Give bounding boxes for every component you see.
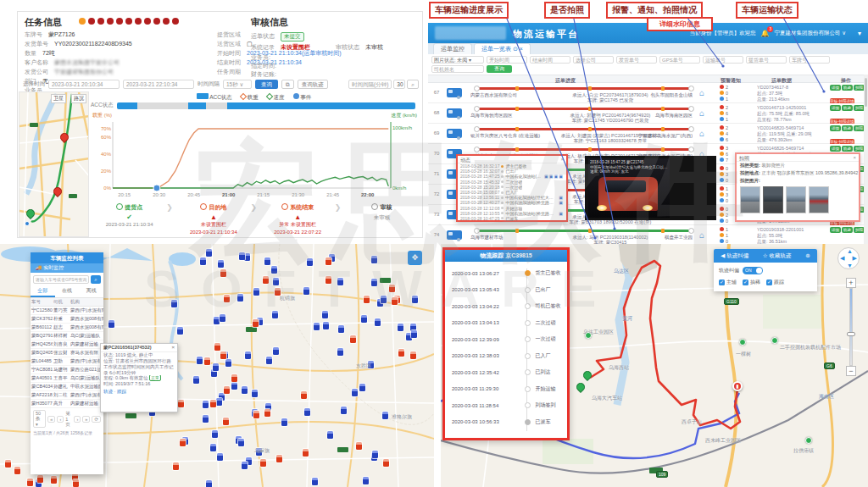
query-button[interactable]: 查询 — [255, 80, 278, 89]
track-correct-button[interactable]: ◀ 轨迹纠偏 — [721, 252, 748, 260]
track-button[interactable]: 轨迹 — [842, 227, 853, 233]
table-scrollbar[interactable] — [864, 75, 868, 244]
vehicle-row[interactable]: 蒙A40501王喜平乌C(蒙)运输队 — [31, 374, 103, 383]
compass-control[interactable]: ▲▼▶◀ — [837, 247, 860, 269]
vehicle-row[interactable]: 蒙BQ2791林祥树乌C(蒙)运输队 — [31, 332, 103, 340]
vehicle-row[interactable]: 蒙AF2218刘二柱蒙西(中)水泥有 — [31, 391, 103, 400]
filter-input[interactable]: 选择公司 — [573, 56, 614, 64]
vehicle-list-tab[interactable]: 全部 — [31, 286, 55, 297]
monitor-map-quadrant[interactable]: 鄂托克旗杭锦旗东胜区乌审旗准格尔旗 车辆监控列表 🚚 实时监控 请输入车号或者G… — [0, 244, 434, 487]
table-row[interactable]: 67 内蒙古西水泥有限公司 承运人: 白云 PC20734617(1879034… — [428, 83, 864, 103]
satellite-button[interactable]: 卫星 — [51, 94, 66, 103]
vehicle-row[interactable]: 蒙B60112赵志蒙西水泥008有限 — [31, 324, 103, 332]
close-icon[interactable]: × — [171, 345, 175, 350]
vehicle-row[interactable]: 宁AC8081马建明蒙西公路021运输 — [31, 366, 103, 374]
end-time-input[interactable]: 2023-03-21 22:10:34 — [123, 80, 194, 89]
vehicle-row[interactable]: 蒙L04485卫勤蒙西(中)水泥有 — [31, 357, 103, 366]
photo-thumb-icons[interactable]: ▣ — [559, 211, 564, 216]
track-button[interactable]: 轨迹 — [842, 105, 853, 111]
interval-search-icon[interactable]: ⌕ — [407, 80, 419, 89]
photo-thumb-icons[interactable]: ▣▣▣▣ — [544, 174, 564, 179]
track-correct-toggle[interactable]: ON — [743, 267, 763, 274]
vehicle-row[interactable]: 蒙CB4034孙建礼中联水泥运输队 — [31, 383, 103, 391]
filter-input[interactable]: 结束时间 — [530, 56, 570, 64]
poi-marker[interactable] — [771, 337, 778, 344]
track-map-quadrant[interactable]: 乌达区黄河乌达工业园区梁家壕旅游产业园乌海西站乌海大汽车站一棵树海南区西卓子山西… — [441, 244, 868, 487]
vehicle-row[interactable]: 蒙CK3762朴重蒙西水泥008有限 — [31, 315, 103, 324]
photo-thumbnail[interactable] — [786, 186, 806, 213]
home-icon[interactable]: ⌂ — [699, 129, 704, 138]
tooltip-links[interactable]: 轨迹 · 跟踪 — [101, 388, 177, 396]
export-icon-button[interactable]: ⧉ — [281, 80, 294, 89]
filter-input[interactable]: 开始时间 — [487, 56, 527, 64]
search-icon[interactable]: ⌕ — [91, 275, 101, 284]
start-time-input[interactable]: 2023-03-21 20:10:34 — [48, 80, 120, 89]
platform-tab[interactable]: 运单一览表 ⊙ × — [474, 43, 531, 54]
filter-input[interactable]: 车牌号 — [789, 56, 830, 64]
zoom-slider-knob[interactable] — [847, 332, 855, 336]
home-icon[interactable]: ⌂ — [699, 230, 704, 240]
zoom-in-button[interactable]: + — [846, 278, 856, 288]
close-icon[interactable]: × — [560, 157, 564, 162]
photo-thumbnail[interactable] — [809, 186, 829, 213]
track-button[interactable]: 轨迹 — [842, 146, 853, 152]
filter-input[interactable]: 发货单号 — [616, 56, 657, 64]
locate-icon[interactable]: ⊛ — [805, 252, 810, 259]
traffic-button[interactable]: 路况 — [71, 94, 86, 103]
query-track-button[interactable]: 查询轨迹 — [298, 80, 328, 89]
last-page-button[interactable]: » — [82, 416, 90, 423]
vehicle-row[interactable]: 蒙H35077高升内蒙建材运输 — [31, 400, 103, 408]
map-layers-control[interactable]: ✥ — [408, 251, 422, 265]
photo-button[interactable]: 拍照 — [854, 125, 864, 131]
track-button[interactable]: 轨迹 — [842, 125, 853, 131]
prev-page-button[interactable]: ‹ — [57, 416, 64, 423]
photo-button[interactable]: 拍照 — [854, 146, 864, 152]
track-button[interactable]: 轨迹 — [842, 85, 853, 91]
vehicle-row[interactable]: 宁C12580董巧英蒙西(中)水泥有限 — [31, 307, 103, 315]
vehicle-row[interactable]: 蒙BQ2405张云财赛马水泥有限 — [31, 349, 103, 357]
photo-button[interactable]: 拍照 — [854, 105, 864, 111]
table-row[interactable]: 68 乌海市海勃湾区园区 承运人: 郭建明 PC20146714(9674920… — [428, 103, 864, 124]
photo-button[interactable]: 拍照 — [854, 85, 864, 91]
detail-button[interactable]: 详情 — [830, 105, 841, 111]
save-track-button[interactable]: ☆ 收藏轨迹 — [763, 252, 792, 260]
track-option-checkbox[interactable]: ✓主辅 — [719, 279, 737, 286]
filter-input[interactable]: GPS单号 — [659, 56, 700, 64]
vehicle-search-input[interactable]: 请输入车号或者GPS号查询 — [33, 275, 89, 284]
refresh-icon[interactable]: ⟳ — [92, 416, 101, 423]
page-size-select[interactable]: 50条 ▾ — [33, 410, 46, 428]
home-icon[interactable]: ⌂ — [699, 108, 704, 118]
truck-photo[interactable]: 2018-03-28 15:47:25 蒙C21745 中国石化加油站(世纪大道… — [588, 158, 670, 218]
platform-tab[interactable]: 运单监控 — [433, 43, 472, 54]
photo-thumb-icons[interactable]: ▣ — [559, 200, 564, 205]
task-mini-map[interactable]: 卫星 路况 — [19, 91, 89, 237]
filter-input[interactable]: 提货单号 — [746, 56, 787, 64]
detail-button[interactable]: 详情 — [830, 85, 841, 91]
home-icon[interactable]: ⌂ — [699, 88, 704, 97]
photo-thumbnail[interactable] — [740, 186, 760, 213]
interval-minutes-input[interactable]: 30 — [393, 80, 405, 89]
photo-thumb-icons[interactable]: ▣ — [559, 195, 564, 200]
poi-marker[interactable] — [585, 332, 592, 339]
vehicle-list-tab[interactable]: 离线 — [79, 286, 103, 297]
photo-thumbnail[interactable] — [763, 186, 783, 213]
vehicle-list-tab[interactable]: 在线 — [55, 286, 80, 297]
vehicle-row[interactable]: 蒙HQ4256刘喜良内蒙建材运输 — [31, 340, 103, 349]
filter-input[interactable]: 运输单号 — [703, 56, 743, 64]
image-status-select[interactable]: 图片状态: 未阅 ▾ — [431, 56, 484, 64]
collapse-caret-icon[interactable]: ▾ — [858, 30, 861, 37]
interval-select[interactable]: 15秒 ∨ — [223, 80, 252, 89]
table-row[interactable]: 69 银川市兴庆区八号仓库 (在途运输) 承运人: 刘建国 (内蒙古) PC20… — [428, 124, 864, 144]
zoom-out-button[interactable]: − — [846, 366, 856, 376]
next-page-button[interactable]: › — [74, 416, 81, 423]
first-page-button[interactable]: « — [47, 416, 55, 423]
search-button[interactable]: 查询 — [487, 65, 512, 73]
track-option-checkbox[interactable]: ✓抽稀 — [743, 279, 760, 286]
detail-button[interactable]: 详情 — [830, 227, 841, 233]
table-row[interactable]: 74 乌海市建材市场 承运人: 马明 PC20190318(1140002)车牌… — [428, 225, 864, 244]
vehicle-position-marker[interactable]: ▮ — [732, 381, 743, 391]
poi-marker[interactable] — [805, 437, 812, 444]
close-icon[interactable]: × — [853, 155, 856, 160]
zoom-control[interactable]: + − — [846, 278, 856, 376]
detail-button[interactable]: 详情 — [830, 125, 841, 131]
